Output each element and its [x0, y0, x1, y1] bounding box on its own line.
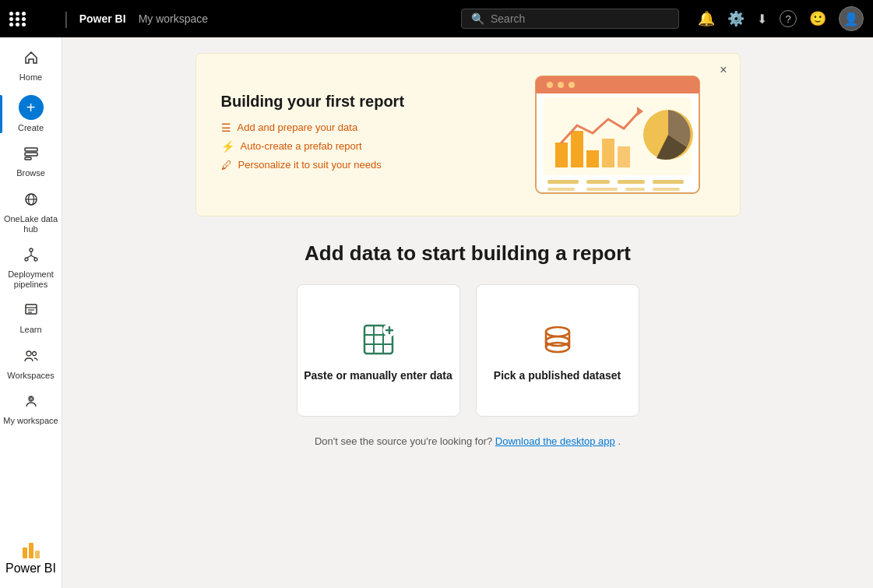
table-icon: ☰ [221, 121, 231, 134]
svg-point-17 [32, 351, 36, 355]
topnav-icons: 🔔 ⚙️ ⬇ ? 🙂 👤 [698, 6, 864, 31]
sidebar-item-onelake[interactable]: OneLake data hub [0, 185, 62, 241]
svg-point-6 [30, 248, 33, 252]
footer-text-suffix: . [618, 435, 621, 447]
sidebar-item-workspaces[interactable]: Workspaces [0, 342, 62, 387]
sidebar-item-label: Home [19, 72, 42, 83]
dataset-card[interactable]: Pick a published dataset [476, 284, 639, 417]
report-illustration [520, 72, 715, 197]
brand-label: Power BI [79, 12, 126, 25]
svg-rect-31 [618, 146, 630, 167]
svg-rect-28 [571, 131, 583, 167]
svg-rect-35 [586, 180, 610, 184]
footer-text-prefix: Don't see the source you're looking for? [315, 435, 492, 447]
svg-rect-36 [618, 180, 645, 184]
svg-line-11 [31, 255, 35, 258]
sidebar-item-deployment[interactable]: Deployment pipelines [0, 241, 62, 296]
notifications-icon[interactable]: 🔔 [698, 10, 715, 27]
sidebar-item-home[interactable]: Home [0, 44, 62, 89]
sidebar-item-myworkspace[interactable]: My workspace [0, 387, 62, 432]
banner-title: Building your first report [221, 93, 405, 111]
sidebar: Home + Create Browse OneLake data hub De… [0, 37, 62, 588]
svg-rect-30 [602, 139, 614, 167]
powerbi-bars-icon [23, 543, 40, 558]
paste-data-card[interactable]: Paste or manually enter data [297, 284, 460, 417]
sidebar-onelake-label: OneLake data hub [3, 214, 58, 234]
add-data-section: Add data to start building a report [195, 241, 741, 447]
deployment-icon [23, 247, 39, 266]
face-icon[interactable]: 🙂 [809, 10, 826, 27]
svg-point-19 [30, 397, 32, 400]
svg-rect-37 [653, 180, 684, 184]
footer-text: Don't see the source you're looking for?… [195, 435, 741, 447]
topnav: | Power BI My workspace 🔍 🔔 ⚙️ ⬇ ? 🙂 👤 [0, 0, 873, 37]
banner-item-label-3: Personalize it to suit your needs [238, 159, 382, 171]
help-icon[interactable]: ? [780, 10, 797, 27]
download-desktop-link[interactable]: Download the desktop app [495, 435, 615, 447]
search-bar[interactable]: 🔍 [461, 9, 679, 29]
wand-icon: 🖊 [221, 159, 232, 171]
svg-point-25 [569, 82, 575, 88]
svg-rect-2 [25, 157, 31, 160]
svg-point-56 [546, 343, 569, 352]
sidebar-deployment-label: Deployment pipelines [3, 269, 58, 290]
svg-rect-29 [586, 150, 599, 167]
home-icon [23, 50, 39, 69]
svg-point-23 [547, 82, 553, 88]
sidebar-powerbi[interactable]: Power BI [0, 537, 62, 582]
banner-item-2: ⚡ Auto-create a prefab report [221, 140, 405, 153]
user-avatar[interactable]: 👤 [839, 6, 864, 31]
svg-point-8 [34, 258, 37, 261]
banner-close-button[interactable]: × [720, 63, 727, 77]
sidebar-item-browse[interactable]: Browse [0, 139, 62, 185]
myworkspace-icon [23, 393, 39, 413]
sidebar-item-create[interactable]: + Create [0, 89, 62, 139]
settings-icon[interactable]: ⚙️ [727, 10, 745, 27]
learn-icon [23, 302, 39, 322]
workspace-label: My workspace [139, 12, 208, 25]
bolt-icon: ⚡ [221, 140, 234, 153]
svg-rect-1 [25, 153, 37, 156]
svg-rect-0 [25, 148, 37, 151]
main-layout: Home + Create Browse OneLake data hub De… [0, 37, 873, 588]
svg-point-18 [29, 396, 33, 401]
banner-item-label-2: Auto-create a prefab report [241, 140, 362, 152]
dataset-icon [537, 319, 578, 360]
svg-rect-38 [547, 188, 575, 191]
sidebar-myworkspace-label: My workspace [3, 416, 58, 426]
sidebar-item-learn[interactable]: Learn [0, 296, 62, 341]
banner-text: Building your first report ☰ Add and pre… [221, 93, 405, 178]
first-report-banner: Building your first report ☰ Add and pre… [195, 53, 741, 217]
svg-point-16 [26, 351, 31, 356]
paste-data-label: Paste or manually enter data [304, 369, 452, 382]
banner-item-1: ☰ Add and prepare your data [221, 121, 405, 134]
data-cards-container: Paste or manually enter data Pick a [195, 284, 741, 417]
svg-line-10 [27, 255, 31, 258]
download-icon[interactable]: ⬇ [757, 12, 767, 26]
svg-rect-27 [555, 143, 568, 167]
svg-rect-39 [586, 188, 618, 191]
workspaces-icon [23, 348, 39, 368]
svg-rect-41 [653, 188, 680, 191]
add-data-title: Add data to start building a report [195, 241, 741, 266]
svg-point-50 [546, 327, 569, 336]
sidebar-create-label: Create [18, 123, 44, 133]
svg-point-24 [558, 82, 564, 88]
sidebar-learn-label: Learn [19, 325, 41, 335]
banner-item-3: 🖊 Personalize it to suit your needs [221, 159, 405, 171]
powerbi-label: Power BI [5, 562, 56, 576]
nav-divider: | [64, 9, 69, 29]
svg-rect-40 [625, 188, 645, 191]
main-content: Building your first report ☰ Add and pre… [62, 37, 873, 588]
sidebar-browse-label: Browse [16, 168, 45, 178]
search-input[interactable] [491, 12, 669, 25]
svg-rect-34 [547, 180, 579, 184]
search-icon: 🔍 [471, 12, 484, 25]
create-plus-icon[interactable]: + [19, 95, 44, 120]
banner-item-label-1: Add and prepare your data [238, 121, 358, 133]
sidebar-workspaces-label: Workspaces [7, 371, 54, 381]
svg-point-7 [25, 258, 28, 261]
onelake-icon [23, 192, 39, 211]
browse-icon [23, 146, 39, 165]
apps-grid-icon[interactable] [9, 12, 26, 26]
